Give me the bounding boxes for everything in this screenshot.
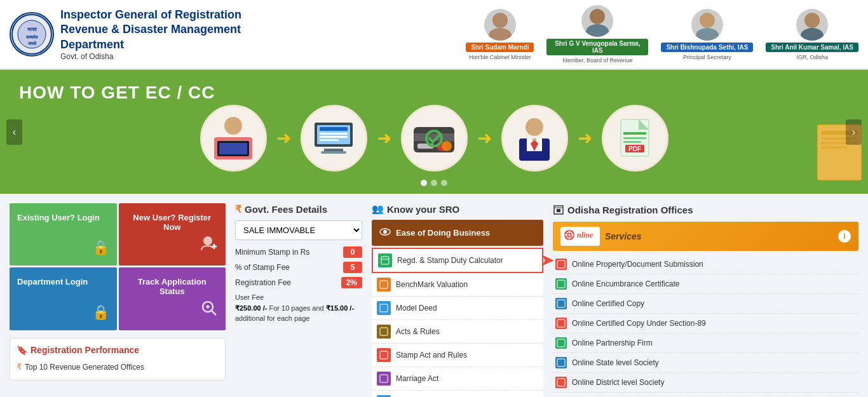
- sro-icon-3: [377, 325, 391, 339]
- next-slide-button[interactable]: ›: [846, 119, 862, 145]
- arrow-4: ➜: [578, 128, 592, 149]
- svg-rect-40: [623, 141, 641, 143]
- svg-rect-35: [532, 138, 536, 141]
- svg-rect-61: [380, 304, 388, 312]
- dot-1[interactable]: [421, 180, 427, 186]
- office-item-5[interactable]: Online State level Society: [553, 353, 858, 373]
- ease-of-doing-business-button[interactable]: Ease of Doing Business: [372, 220, 543, 246]
- svg-rect-75: [557, 260, 565, 268]
- banner-step-4: [501, 105, 568, 172]
- svg-rect-79: [557, 339, 565, 347]
- existing-user-login-button[interactable]: Existing User? Login 🔒: [10, 203, 117, 266]
- svg-rect-16: [219, 143, 247, 154]
- sro-item-6[interactable]: Public Service Delivery Timeline: [372, 391, 543, 397]
- fee-row-stamp: Minimum Stamp in Rs 0: [235, 246, 362, 258]
- arrow-2: ➜: [377, 128, 391, 149]
- step-circle-2: [301, 105, 367, 172]
- header: भारत सत्यमेव जयते Inspector General of R…: [0, 0, 868, 70]
- office-item-0[interactable]: Online Property/Document Submission: [553, 255, 858, 274]
- office-icon-5: [555, 357, 567, 368]
- fee-row-reg: Registration Fee 2%: [235, 277, 362, 288]
- office-item-2[interactable]: Online Certified Copy: [553, 294, 858, 314]
- svg-point-31: [526, 118, 543, 136]
- svg-point-49: [203, 236, 212, 245]
- left-panel: Existing User? Login 🔒 New User? Registe…: [10, 203, 226, 397]
- svg-line-53: [212, 311, 216, 315]
- sro-item-3[interactable]: Acts & Rules: [372, 320, 543, 344]
- info-icon[interactable]: i: [838, 230, 851, 243]
- people-icon: 👥: [372, 203, 384, 215]
- official-badge-2: Shri G V Venugopala Sarma, IAS: [546, 39, 648, 55]
- department-login-button[interactable]: Department Login 🔒: [10, 267, 117, 330]
- svg-text:सत्यमेव: सत्यमेव: [25, 34, 38, 39]
- svg-rect-68: [559, 209, 560, 212]
- svg-rect-64: [380, 375, 388, 382]
- online-services-label: Services: [605, 231, 642, 241]
- svg-rect-77: [557, 300, 565, 307]
- svg-point-5: [492, 13, 508, 28]
- step-circle-1: [200, 105, 267, 172]
- office-item-3[interactable]: Online Certified Copy Under Section-89: [553, 314, 858, 333]
- step-circle-5: PDF: [602, 105, 668, 172]
- org-subtitle: Govt. of Odisha: [60, 52, 241, 61]
- svg-text:PDF: PDF: [628, 145, 641, 152]
- svg-text:जयते: जयते: [27, 41, 37, 46]
- fee-label-reg: Registration Fee: [235, 278, 291, 287]
- fees-dropdown[interactable]: SALE IMMOVABLE GIFT MORTGAGE LEASE POWER…: [235, 220, 362, 240]
- svg-point-7: [590, 9, 605, 24]
- official-title-4: IGR, Odisha: [796, 54, 828, 60]
- official-badge-4: Shri Anil Kumar Samal, IAS: [766, 43, 858, 52]
- track-application-button[interactable]: Track Application Status: [119, 267, 226, 330]
- office-item-6[interactable]: Online District level Society: [553, 373, 858, 393]
- main-content: Existing User? Login 🔒 New User? Registe…: [0, 194, 868, 397]
- svg-rect-22: [320, 133, 348, 135]
- svg-rect-76: [557, 280, 565, 288]
- sro-item-0[interactable]: Regd. & Stamp Duty Calculator ➤: [372, 248, 543, 273]
- revenue-item[interactable]: ₹ Top 10 Revenue Generated Offices: [17, 360, 219, 373]
- sro-icon-0: [378, 253, 392, 267]
- avatar-3: [691, 9, 723, 41]
- offices-panel: Odisha Registration Offices nline Servic…: [553, 203, 858, 397]
- bookmark-icon: 🔖: [17, 345, 27, 355]
- fee-row-percent: % of Stamp Fee 5: [235, 262, 362, 273]
- svg-rect-48: [822, 146, 847, 149]
- sro-icon-4: [377, 348, 391, 362]
- svg-point-12: [801, 28, 824, 41]
- official-3: Shri Bishnupada Sethi, IAS Principal Sec…: [661, 9, 753, 60]
- sro-icon-2: [377, 301, 391, 315]
- avatar-4: [796, 9, 828, 41]
- fee-label-stamp: Minimum Stamp in Rs: [235, 248, 309, 257]
- svg-rect-81: [557, 379, 565, 386]
- sro-item-1[interactable]: BenchMark Valuation: [372, 273, 543, 297]
- official-title-1: Hon'ble Cabinet Minister: [469, 54, 531, 60]
- new-user-register-button[interactable]: New User? Register Now: [119, 203, 226, 266]
- official-4: Shri Anil Kumar Samal, IAS IGR, Odisha: [766, 9, 858, 60]
- svg-point-57: [383, 230, 387, 234]
- offices-title: Odisha Registration Offices: [553, 203, 858, 217]
- fee-value-percent: 5: [343, 262, 362, 273]
- dot-2[interactable]: [431, 180, 437, 186]
- svg-rect-24: [320, 139, 339, 141]
- arrow-3: ➜: [477, 128, 492, 149]
- office-item-1[interactable]: Online Encumbrance Certificate: [553, 274, 858, 294]
- office-item-4[interactable]: Online Partnership Firm: [553, 333, 858, 353]
- sro-item-4[interactable]: Stamp Act and Rules: [372, 344, 543, 367]
- fees-rupee-icon: ₹: [235, 203, 241, 215]
- dot-3[interactable]: [441, 180, 447, 186]
- official-1: Shri Sudam Marndi Hon'ble Cabinet Minist…: [466, 9, 534, 60]
- svg-rect-39: [623, 137, 646, 139]
- logo-text: Inspector General of Registration Revenu…: [60, 8, 241, 61]
- svg-rect-78: [557, 320, 565, 327]
- login-grid: Existing User? Login 🔒 New User? Registe…: [10, 203, 226, 330]
- office-icon-3: [555, 318, 567, 329]
- fee-value-stamp: 0: [343, 246, 362, 258]
- banner-dots: [421, 180, 447, 186]
- prev-slide-button[interactable]: ‹: [6, 119, 22, 145]
- sro-item-5[interactable]: Marriage Act: [372, 367, 543, 391]
- svg-point-13: [224, 117, 242, 135]
- svg-rect-58: [381, 257, 389, 264]
- svg-rect-67: [557, 209, 559, 212]
- svg-point-10: [696, 28, 719, 41]
- sro-item-2[interactable]: Model Deed: [372, 297, 543, 320]
- online-badge: nline: [560, 227, 600, 246]
